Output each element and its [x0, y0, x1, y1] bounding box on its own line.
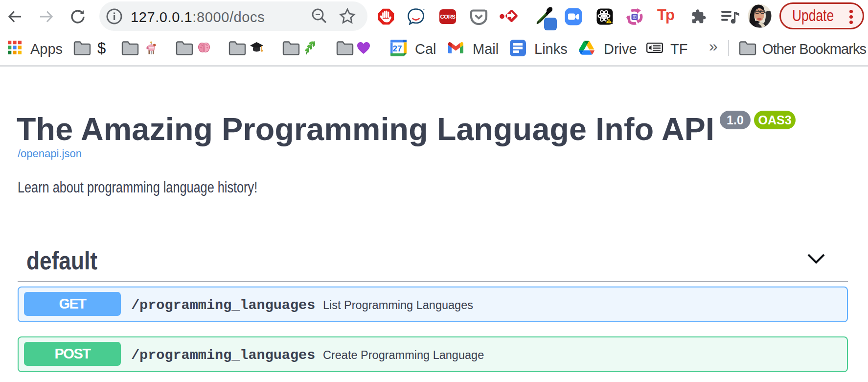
svg-text:27: 27 [393, 44, 402, 53]
